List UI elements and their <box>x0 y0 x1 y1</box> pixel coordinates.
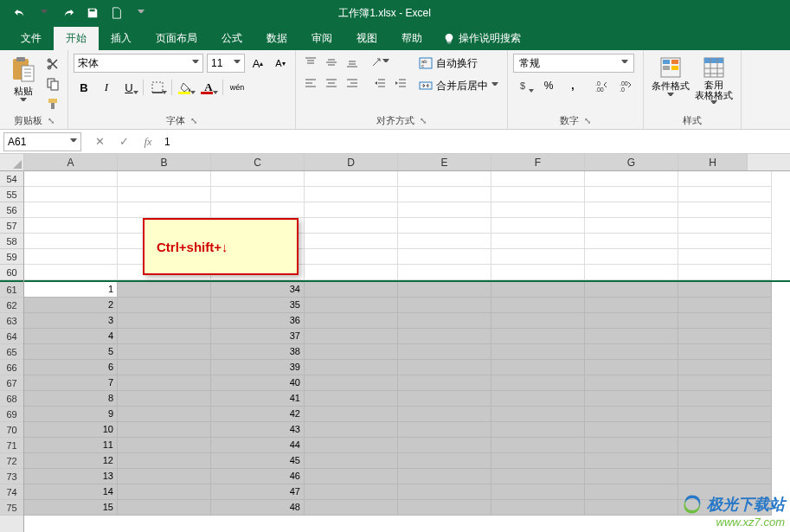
cell[interactable] <box>118 360 211 375</box>
cell[interactable] <box>585 187 678 202</box>
cell[interactable] <box>118 282 211 298</box>
cut-button[interactable] <box>43 55 62 73</box>
redo-button[interactable] <box>57 3 80 23</box>
cell[interactable] <box>585 171 678 187</box>
cell[interactable]: 13 <box>24 469 118 484</box>
cell[interactable]: 46 <box>211 469 305 484</box>
cell[interactable] <box>398 438 491 453</box>
cell[interactable] <box>678 265 772 280</box>
cell[interactable]: 8 <box>24 391 118 407</box>
cell[interactable] <box>211 187 305 202</box>
border-button[interactable] <box>147 78 168 97</box>
cell[interactable] <box>118 422 211 438</box>
cell[interactable] <box>678 422 772 438</box>
cell[interactable] <box>24 171 118 187</box>
increase-font-button[interactable]: A▴ <box>248 54 267 73</box>
column-header[interactable]: B <box>118 154 211 170</box>
formula-input[interactable]: 1 <box>157 136 790 148</box>
cell[interactable] <box>585 234 678 249</box>
row-header[interactable]: 54 <box>0 171 23 187</box>
cell[interactable] <box>118 375 211 391</box>
cell[interactable] <box>678 329 772 344</box>
cell[interactable] <box>491 282 585 298</box>
cell[interactable] <box>398 282 491 298</box>
cell[interactable] <box>585 344 678 360</box>
cell[interactable] <box>211 202 305 218</box>
cell[interactable] <box>585 282 678 298</box>
cell[interactable] <box>24 187 118 202</box>
cell[interactable] <box>678 391 772 407</box>
cell[interactable] <box>585 329 678 344</box>
tab-view[interactable]: 视图 <box>344 27 389 50</box>
cell[interactable] <box>678 202 772 218</box>
increase-indent-button[interactable] <box>391 74 410 92</box>
cell[interactable] <box>305 218 398 234</box>
cell[interactable] <box>585 375 678 391</box>
row-header[interactable]: 63 <box>0 313 23 329</box>
cell[interactable] <box>491 249 585 265</box>
cell[interactable] <box>491 298 585 313</box>
cell[interactable] <box>491 171 585 187</box>
cell[interactable] <box>305 453 398 469</box>
tab-insert[interactable]: 插入 <box>99 27 144 50</box>
cell[interactable] <box>491 234 585 249</box>
cell[interactable] <box>305 313 398 329</box>
cell[interactable] <box>491 202 585 218</box>
cell[interactable] <box>398 171 491 187</box>
cell[interactable] <box>678 469 772 484</box>
cell[interactable] <box>491 360 585 375</box>
confirm-edit-button[interactable]: ✓ <box>114 132 133 151</box>
cell[interactable] <box>398 484 491 500</box>
number-dialog-launcher[interactable]: ⤡ <box>584 116 591 125</box>
cell[interactable]: 3 <box>24 313 118 329</box>
column-header[interactable]: C <box>211 154 305 170</box>
row-header[interactable]: 70 <box>0 422 23 438</box>
underline-button[interactable]: U <box>119 78 139 97</box>
cell[interactable] <box>585 469 678 484</box>
row-header[interactable]: 56 <box>0 202 23 218</box>
cell[interactable] <box>305 202 398 218</box>
cell[interactable]: 4 <box>24 329 118 344</box>
cell[interactable] <box>398 265 491 280</box>
cell[interactable]: 38 <box>211 344 305 360</box>
wrap-text-button[interactable]: abc 自动换行 <box>415 54 502 73</box>
bold-button[interactable]: B <box>74 78 94 97</box>
cell[interactable] <box>678 344 772 360</box>
cell[interactable] <box>118 484 211 500</box>
cell[interactable] <box>305 360 398 375</box>
cell[interactable] <box>24 202 118 218</box>
insert-function-button[interactable]: fx <box>138 132 157 151</box>
percent-button[interactable]: % <box>537 76 560 95</box>
cell[interactable] <box>491 469 585 484</box>
tab-formulas[interactable]: 公式 <box>209 27 254 50</box>
cell[interactable]: 15 <box>24 500 118 516</box>
cell[interactable] <box>398 391 491 407</box>
row-header[interactable]: 57 <box>0 218 23 234</box>
row-header[interactable]: 58 <box>0 234 23 249</box>
cell[interactable] <box>305 329 398 344</box>
cell[interactable] <box>678 438 772 453</box>
align-top-button[interactable] <box>301 54 320 71</box>
cell[interactable] <box>678 313 772 329</box>
cell[interactable] <box>491 187 585 202</box>
cell[interactable] <box>305 282 398 298</box>
column-header[interactable]: E <box>398 154 491 170</box>
cell[interactable]: 11 <box>24 438 118 453</box>
undo-dropdown[interactable] <box>33 3 55 23</box>
cell[interactable] <box>491 375 585 391</box>
cell[interactable] <box>585 407 678 422</box>
increase-decimal-button[interactable]: .0.00 <box>591 76 613 95</box>
cell[interactable]: 47 <box>211 484 305 500</box>
cell[interactable]: 12 <box>24 453 118 469</box>
cell[interactable]: 42 <box>211 407 305 422</box>
cell[interactable] <box>585 313 678 329</box>
tab-help[interactable]: 帮助 <box>389 27 434 50</box>
comma-button[interactable]: , <box>562 76 584 95</box>
save-button[interactable] <box>81 3 104 23</box>
cell[interactable] <box>398 249 491 265</box>
cell[interactable]: 39 <box>211 360 305 375</box>
format-as-table-button[interactable]: 套用 表格格式 <box>692 54 735 107</box>
cell[interactable]: 35 <box>211 298 305 313</box>
cell[interactable] <box>491 344 585 360</box>
clipboard-dialog-launcher[interactable]: ⤡ <box>48 116 55 125</box>
